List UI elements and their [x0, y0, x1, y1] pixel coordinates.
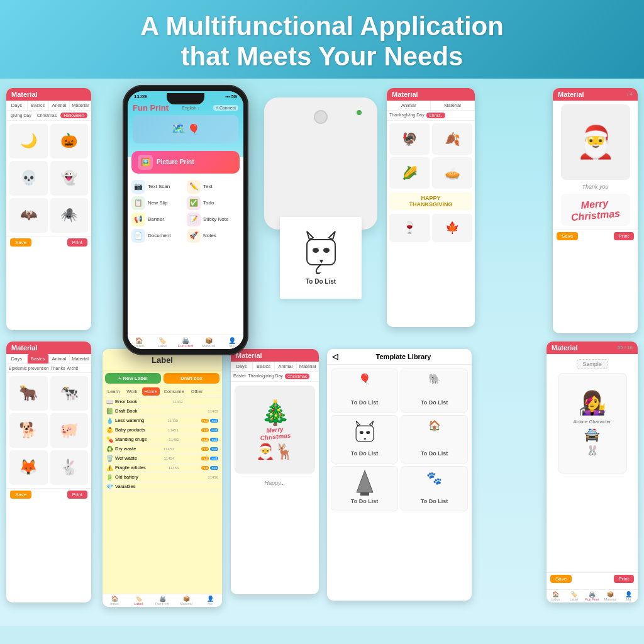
item-ghost2[interactable]: 👻	[50, 161, 89, 196]
tab-material[interactable]: Material	[431, 101, 475, 110]
phone-menu-todo[interactable]: ✅ Todo	[187, 196, 240, 210]
tab-animal-bl[interactable]: Animal	[49, 354, 70, 364]
template-cell-3[interactable]: To Do List	[331, 415, 398, 464]
svg-point-11	[366, 431, 370, 434]
tab-material-bm[interactable]: Material	[297, 362, 319, 371]
label-item-less-watering[interactable]: 💧Less watering 11430 nullnull	[103, 416, 222, 426]
panel-br-nav-index[interactable]: 🏠Index	[547, 591, 565, 601]
phone-nav-label[interactable]: 🏷️Label	[151, 337, 174, 348]
save-btn-right[interactable]: Save	[557, 232, 578, 240]
subtab-halloween[interactable]: Halloween	[60, 113, 87, 118]
panel-nav-label[interactable]: 🏷️Label	[126, 596, 150, 606]
panel-br-nav-material[interactable]: 📦Material	[601, 591, 619, 601]
panel-nav-index[interactable]: 🏠Index	[103, 596, 126, 606]
cat-work[interactable]: Work	[124, 387, 140, 396]
panel-nav-fun-print[interactable]: 🖨️Fun Print	[150, 596, 174, 606]
christmas-illustration: 🎄 MerryChristmas 🎅🦌	[231, 382, 319, 477]
new-label-btn[interactable]: + New Label	[105, 373, 161, 384]
tab-basics-bl[interactable]: Basics	[28, 354, 49, 364]
draft-box-btn[interactable]: Draft box	[164, 373, 219, 384]
label-item-error-book[interactable]: 📖Error book 11402	[103, 397, 222, 407]
label-item-dry-waste[interactable]: ♻️Dry waste 11453 nullnull	[103, 445, 222, 454]
phone-menu-new-slip[interactable]: 📋 New Slip	[131, 196, 184, 210]
item-autumn[interactable]: 🍁	[432, 214, 473, 242]
phone-menu-text-scan[interactable]: 📷 Text Scan	[131, 180, 184, 194]
panel-nav-me[interactable]: 👤Me	[198, 596, 222, 606]
item-rabbit[interactable]: 🐇	[50, 450, 89, 485]
label-item-standing-drugs[interactable]: 💊Standing drugs 11452 nullnull	[103, 435, 222, 445]
phone-menu-notes[interactable]: 🚀 Notes	[187, 229, 240, 243]
phone-signal: ▪▪▪ 5G	[225, 94, 237, 99]
phone-language[interactable]: English ↓	[182, 106, 199, 110]
template-cell-2[interactable]: 🐘 To Do List	[401, 369, 468, 413]
phone-nav-me[interactable]: 👤Me	[220, 337, 243, 348]
print-btn-br[interactable]: Print	[614, 575, 634, 583]
item-ghost[interactable]: 💀	[9, 161, 48, 196]
item-pumpkin-scene[interactable]: 🌙	[9, 124, 48, 158]
item-fox[interactable]: 🦊	[9, 450, 48, 485]
label-item-valuables[interactable]: 💎Valuables	[103, 482, 222, 492]
save-btn-br[interactable]: Save	[550, 575, 572, 583]
panel-br-nav-me[interactable]: 👤Me	[619, 591, 638, 601]
print-btn[interactable]: Print	[67, 238, 87, 247]
cat-learn[interactable]: Learn	[105, 387, 122, 396]
template-cell-1[interactable]: 🎈 To Do List	[331, 369, 398, 413]
phone-picture-print-btn[interactable]: 🖼️ Picture Print	[131, 151, 240, 174]
template-cell-4[interactable]: 🏠 To Do List	[401, 415, 468, 464]
save-btn[interactable]: Save	[10, 238, 31, 247]
label-item-draft-book[interactable]: 📗Draft Book 11403	[103, 407, 222, 416]
tab-animal-bm[interactable]: Animal	[275, 362, 297, 371]
tab-days-bl[interactable]: Days	[6, 354, 28, 364]
tab-animal[interactable]: Animal	[387, 101, 431, 110]
phone-connect[interactable]: + Connect	[213, 105, 238, 111]
item-bull1[interactable]: 🐂	[9, 376, 48, 411]
save-btn-bl[interactable]: Save	[10, 491, 31, 499]
item-corn[interactable]: 🌽	[389, 157, 430, 189]
phone-map-area: 🗺️ 🎈	[133, 115, 238, 143]
item-thankful[interactable]: 🍷	[389, 214, 430, 242]
item-dog[interactable]: 🐕	[9, 413, 48, 448]
tab-material-bl[interactable]: Material	[70, 354, 91, 364]
print-btn-bl[interactable]: Print	[67, 491, 87, 499]
phone-nav-material[interactable]: 📦Material	[197, 337, 220, 348]
panel-br-nav-label[interactable]: 🏷️Label	[565, 591, 583, 601]
item-turkey[interactable]: 🦃	[389, 123, 430, 155]
svg-marker-13	[357, 470, 373, 492]
cat-home[interactable]: Home	[142, 387, 160, 396]
tab-days-bm[interactable]: Days	[231, 362, 253, 371]
item-bull2[interactable]: 🐄	[50, 376, 89, 411]
panel-br-nav-fun-print[interactable]: 🖨️Fun Print	[583, 591, 601, 601]
tab-material[interactable]: Material	[70, 101, 91, 110]
label-item-old-battery[interactable]: 🔋Old battery 11456	[103, 473, 222, 482]
tab-basics-bm[interactable]: Basics	[253, 362, 275, 371]
phone-nav-index[interactable]: 🏠Index	[128, 337, 151, 348]
cat-consume[interactable]: Consume	[162, 387, 187, 396]
label-item-wet-waste[interactable]: 🗑️Wet waste 11454 nullnull	[103, 454, 222, 464]
phone-menu-document[interactable]: 📄 Document	[131, 229, 184, 243]
phone-app-title: Fun Print	[133, 103, 169, 113]
tab-days[interactable]: Days	[6, 101, 28, 110]
cat-other[interactable]: Other	[189, 387, 206, 396]
print-btn-right[interactable]: Print	[614, 232, 634, 240]
template-cell-5[interactable]: To Do List	[331, 466, 398, 511]
phone-nav-fun-print[interactable]: 🖨️Fun Print	[174, 337, 197, 348]
phone-menu-sticky[interactable]: 📝 Sticky Note	[187, 213, 240, 226]
panel-bottom-label: Label + New Label Draft box Learn Work H…	[103, 349, 222, 607]
panel-nav-material[interactable]: 📦Material	[174, 596, 198, 606]
phone-menu-text[interactable]: ✏️ Text	[187, 180, 240, 194]
phone-menu-banner[interactable]: 📢 Banner	[131, 213, 184, 226]
template-cell-6[interactable]: 🐾 To Do List	[401, 466, 468, 511]
item-leaf[interactable]: 🍂	[432, 123, 472, 155]
item-pie[interactable]: 🥧	[432, 157, 472, 189]
label-item-fragile[interactable]: ⚠️Fragile articles 11455 nullnull	[103, 464, 222, 473]
label-item-baby-products[interactable]: 👶Baby products 11451 nullnull	[103, 426, 222, 435]
item-skull[interactable]: 🕷️	[50, 198, 89, 233]
subtab-christmas[interactable]: Christmas	[35, 113, 59, 118]
item-pig[interactable]: 🐖	[50, 413, 89, 448]
item-bat[interactable]: 🦇	[9, 198, 48, 233]
tab-animal[interactable]: Animal	[49, 101, 70, 110]
subtab-giving-day[interactable]: giving Day	[9, 113, 33, 118]
panel-bottom-template: ◁ Template Library 🎈 To Do List 🐘 To Do …	[327, 349, 472, 601]
item-pumpkin[interactable]: 🎃	[50, 124, 89, 158]
tab-basics[interactable]: Basics	[28, 101, 49, 110]
